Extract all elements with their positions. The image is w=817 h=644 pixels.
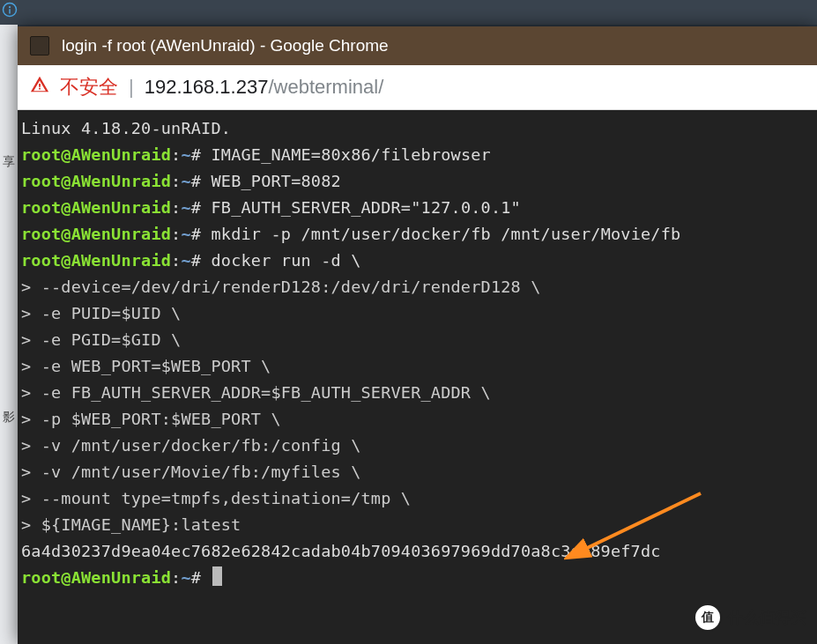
- obscured-underlying-page: 享 影: [0, 25, 18, 644]
- terminal-command-line: root@AWenUnraid:~# IMAGE_NAME=80x86/file…: [21, 142, 813, 168]
- address-bar[interactable]: 不安全 | 192.168.1.237/webterminal/: [18, 65, 817, 110]
- not-secure-label: 不安全: [60, 74, 118, 100]
- terminal-command-line: root@AWenUnraid:~# FB_AUTH_SERVER_ADDR="…: [21, 195, 813, 221]
- terminal-continuation-line: > -e PUID=$UID \: [21, 300, 813, 327]
- not-secure-warning-icon: [30, 75, 49, 100]
- terminal-continuation-line: > ${IMAGE_NAME}:latest: [21, 512, 813, 538]
- terminal-app-icon: [30, 36, 49, 56]
- background-menubar: [0, 0, 817, 25]
- terminal-command-line: root@AWenUnraid:~# WEB_PORT=8082: [21, 168, 813, 195]
- window-titlebar[interactable]: login -f root (AWenUnraid) - Google Chro…: [18, 26, 817, 65]
- terminal-command-line: root@AWenUnraid:~# docker run -d \: [21, 248, 813, 274]
- terminal-continuation-line: > -e PGID=$GID \: [21, 327, 813, 353]
- svg-point-1: [9, 6, 11, 8]
- terminal-output-hash: 6a4d30237d9ea04ec7682e62842cadab04b70940…: [21, 538, 813, 565]
- terminal-continuation-line: > -p $WEB_PORT:$WEB_PORT \: [21, 406, 813, 433]
- terminal-continuation-line: > -e WEB_PORT=$WEB_PORT \: [21, 353, 813, 380]
- svg-rect-2: [9, 9, 11, 13]
- page-url: 192.168.1.237/webterminal/: [145, 76, 384, 99]
- watermark-text: 什么值得买: [727, 607, 806, 628]
- terminal-continuation-line: > -v /mnt/user/docker/fb:/config \: [21, 433, 813, 459]
- watermark-badge-icon: 值: [694, 603, 722, 632]
- terminal-banner: Linux 4.18.20-unRAID.: [21, 115, 813, 142]
- window-title: login -f root (AWenUnraid) - Google Chro…: [62, 36, 389, 56]
- terminal-continuation-line: > -v /mnt/user/Movie/fb:/myfiles \: [21, 459, 813, 485]
- cursor: [212, 566, 222, 586]
- terminal-output[interactable]: Linux 4.18.20-unRAID.root@AWenUnraid:~# …: [18, 110, 817, 644]
- terminal-command-line: root@AWenUnraid:~# mkdir -p /mnt/user/do…: [21, 221, 813, 248]
- info-icon: [2, 2, 18, 18]
- terminal-continuation-line: > --device=/dev/dri/renderD128:/dev/dri/…: [21, 274, 813, 300]
- address-separator: |: [129, 76, 134, 99]
- chrome-popup-window: login -f root (AWenUnraid) - Google Chro…: [18, 26, 817, 644]
- terminal-continuation-line: > -e FB_AUTH_SERVER_ADDR=$FB_AUTH_SERVER…: [21, 380, 813, 406]
- terminal-active-prompt[interactable]: root@AWenUnraid:~#: [21, 565, 813, 591]
- watermark: 值 什么值得买: [694, 603, 806, 632]
- terminal-continuation-line: > --mount type=tmpfs,destination=/tmp \: [21, 485, 813, 512]
